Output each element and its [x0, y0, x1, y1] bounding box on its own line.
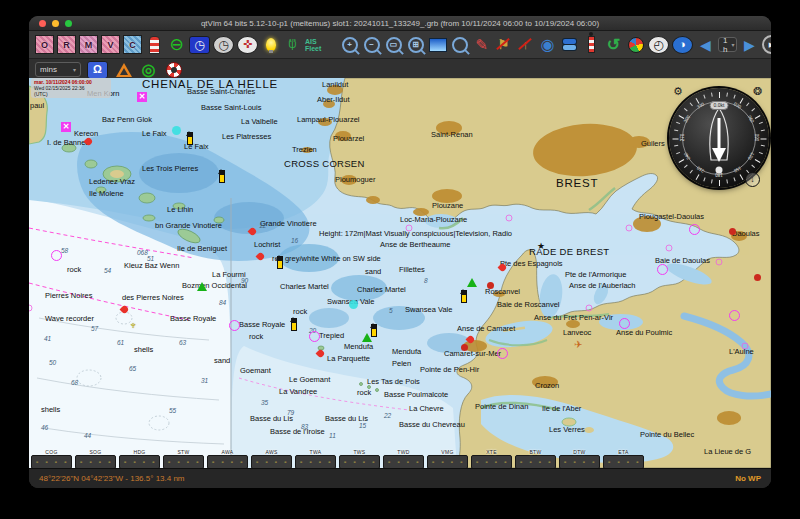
map-label: Basse Saint-Louis: [201, 104, 261, 112]
chart-canvas[interactable]: CHENAL DE LA HELLEMen KornBasse Saint-Ch…: [29, 78, 771, 468]
depth-sounding: 54: [104, 268, 111, 275]
zoom-in-button[interactable]: +: [340, 34, 359, 56]
red-dot-symbol: [754, 274, 761, 281]
map-label: Pierres Noires: [45, 292, 93, 300]
center-on-boat-icon[interactable]: ↓: [745, 172, 760, 187]
map-label: Guilers: [641, 140, 665, 148]
instrument-cog[interactable]: COG- - - -: [31, 449, 72, 468]
map-label: Grande Vinotiere: [260, 220, 317, 228]
chart-c-button[interactable]: C: [123, 35, 142, 54]
map-label: Le Goemant: [289, 376, 330, 384]
grib-zone-button[interactable]: [428, 34, 447, 56]
sync-button[interactable]: ↺: [604, 34, 623, 56]
minimize-button[interactable]: [52, 20, 59, 27]
instrument-twa[interactable]: TWA- - - -: [295, 449, 336, 468]
instrument-sog[interactable]: SOG- - - -: [75, 449, 116, 468]
chart-r-button[interactable]: R: [57, 35, 76, 54]
star-symbol: ★: [537, 242, 545, 251]
zoom-selection-button[interactable]: ▭: [384, 34, 403, 56]
instrument-xte[interactable]: XTE- - - -: [471, 449, 512, 468]
map-label: La Valbelle: [241, 118, 278, 126]
map-label: Camaret-sur-Mer: [444, 350, 501, 358]
instrument-panel: COG- - - -SOG- - - -HDG- - - -STW- - - -…: [31, 449, 644, 468]
time-step-select[interactable]: 1 h▾: [718, 37, 737, 52]
units-select[interactable]: mins▾: [35, 62, 81, 77]
grib-wheel-button[interactable]: [626, 34, 645, 56]
map-label: Plougastel-Daoulas: [639, 213, 704, 221]
maximize-button[interactable]: [65, 20, 72, 27]
light-bulb-icon[interactable]: [261, 34, 280, 56]
instrument-eta[interactable]: ETA- - - -: [603, 449, 644, 468]
search-button[interactable]: [450, 34, 469, 56]
hide-pois-button[interactable]: ⚑: [494, 34, 513, 56]
compass-mode-icon[interactable]: ❂: [753, 86, 762, 97]
title-bar: qtVlm 64 bits 5.12-10-p1 (meltemus) slot…: [29, 16, 771, 31]
mag-ring-symbol: [657, 264, 668, 275]
compass-tick: [672, 139, 678, 140]
depth-sounding: 31: [201, 378, 208, 385]
map-label: Basse Poulmalcote: [384, 391, 448, 399]
instrument-tws[interactable]: TWS- - - -: [339, 449, 380, 468]
instrument-dtw[interactable]: DTW- - - -: [559, 449, 600, 468]
grib-next-button[interactable]: ▶: [740, 34, 759, 56]
map-label: Plouzane: [432, 202, 463, 210]
compass-tick: [711, 93, 713, 97]
world-map-button[interactable]: ◉: [538, 34, 557, 56]
instrument-awa[interactable]: AWA- - - -: [207, 449, 248, 468]
clock-button[interactable]: ◴: [648, 36, 669, 54]
instrument-dial-gray-icon[interactable]: ◷: [213, 36, 234, 54]
close-button[interactable]: [39, 20, 46, 27]
depth-sounding: 58: [61, 248, 68, 255]
lighthouse-icon[interactable]: [145, 34, 164, 56]
timezone-button[interactable]: ◑: [672, 36, 693, 54]
map-label: Ploumoguer: [335, 176, 375, 184]
instrument-btw[interactable]: BTW- - - -: [515, 449, 556, 468]
map-label: Ile de l'Aber: [542, 405, 581, 413]
depth-sounding: 68: [71, 380, 78, 387]
map-label: paul: [30, 102, 44, 110]
route-pencil-button[interactable]: ✎: [472, 34, 491, 56]
instrument-hdg[interactable]: HDG- - - -: [119, 449, 160, 468]
red-dot-symbol: [729, 228, 736, 235]
map-label: Baie de Roscanvel: [497, 301, 560, 309]
zoom-actual-button[interactable]: ⊞: [406, 34, 425, 56]
depth-sounding: 44: [84, 433, 91, 440]
instrument-vmg[interactable]: VMG- - - -: [427, 449, 468, 468]
map-label: Mendufa: [392, 348, 421, 356]
map-label: Crozon: [535, 382, 559, 390]
compass-settings-icon[interactable]: ⚙: [673, 86, 683, 97]
ais-antenna-icon[interactable]: AISΨ: [283, 34, 302, 56]
alarm-bell-button[interactable]: Ω: [87, 61, 108, 79]
compass-tick: [719, 180, 720, 186]
instrument-dial-blue-icon[interactable]: ◷: [189, 36, 210, 54]
toolbar-main: ORMVC⊖◷◷✜AISΨAIS Fleet+−▭⊞✎⚑↑◉↺◴◑◀1 h▾▶▶…: [29, 31, 771, 59]
card-symbol: [219, 170, 225, 183]
seamark-beacon-button[interactable]: [582, 34, 601, 56]
instrument-aws[interactable]: AWS- - - -: [251, 449, 292, 468]
map-label: Roscanvel: [485, 288, 520, 296]
map-label: rock: [67, 266, 81, 274]
zoom-out-button[interactable]: −: [362, 34, 381, 56]
waypoint-status: No WP: [735, 474, 761, 483]
map-label: Lochrist: [254, 241, 280, 249]
instrument-twd[interactable]: TWD- - - -: [383, 449, 424, 468]
chart-o-button[interactable]: O: [35, 35, 54, 54]
compass-tick: [719, 92, 720, 98]
map-label: Anse du Fret Pen-ar-Vir: [534, 314, 613, 322]
grib-play-button[interactable]: ▶: [762, 34, 771, 56]
compass-degree-label: 270: [680, 130, 685, 146]
chart-m-button[interactable]: M: [79, 35, 98, 54]
traffic-lights: [39, 20, 72, 27]
instrument-stw[interactable]: STW- - - -: [163, 449, 204, 468]
chart-v-button[interactable]: V: [101, 35, 120, 54]
depth-sounding: 83: [301, 424, 308, 431]
ais-fleet-label: AIS Fleet: [305, 34, 324, 56]
map-label: Kereon: [74, 130, 98, 138]
depth-sounding: 51: [147, 256, 154, 263]
grib-prev-button[interactable]: ◀: [696, 34, 715, 56]
chart-layers-button[interactable]: [560, 34, 579, 56]
compass-dial-icon[interactable]: ✜: [237, 36, 258, 54]
boat-globe-icon[interactable]: ⊖: [167, 34, 186, 56]
map-label: Trezien: [292, 146, 317, 154]
hide-barriers-button[interactable]: ↑: [516, 34, 535, 56]
